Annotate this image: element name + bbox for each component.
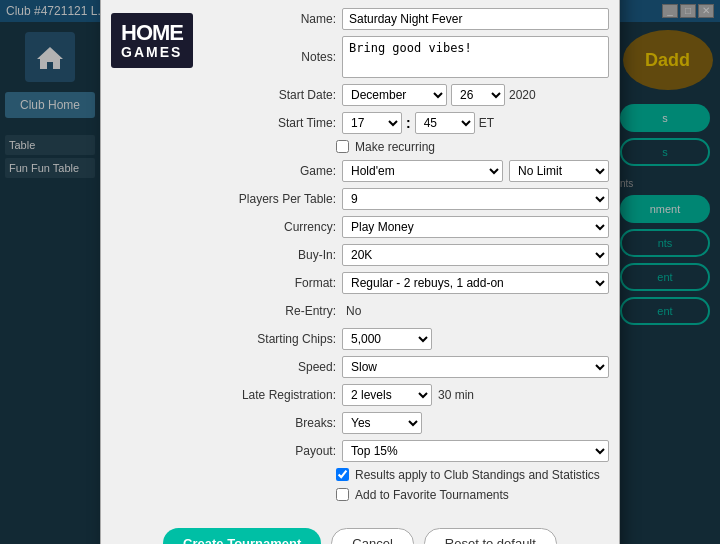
payout-select[interactable]: Top 10%Top 15%Top 20% [342, 440, 609, 462]
limit-select[interactable]: No LimitPot LimitFixed Limit [509, 160, 609, 182]
starting-chips-select[interactable]: 5,0002,50010,000 [342, 328, 432, 350]
breaks-select[interactable]: YesNo [342, 412, 422, 434]
results-row: Results apply to Club Standings and Stat… [336, 468, 609, 482]
start-time-row: Start Time: 15161718 : 304500 ET [221, 112, 609, 134]
reset-button[interactable]: Reset to default [424, 528, 557, 545]
buyin-label: Buy-In: [221, 248, 336, 262]
modal-overlay: Create a Poker Club Tournament ✕ HOME GA… [0, 0, 720, 544]
dialog-create-tournament: Create a Poker Club Tournament ✕ HOME GA… [100, 0, 620, 544]
late-reg-label: Late Registration: [221, 388, 336, 402]
reentry-row: Re-Entry: No [221, 300, 609, 322]
currency-label: Currency: [221, 220, 336, 234]
minute-select[interactable]: 304500 [415, 112, 475, 134]
favorites-label: Add to Favorite Tournaments [355, 488, 509, 502]
create-tournament-button[interactable]: Create Tournament [163, 528, 321, 545]
starting-chips-label: Starting Chips: [221, 332, 336, 346]
name-input[interactable] [342, 8, 609, 30]
players-per-table-row: Players Per Table: 6789 [221, 188, 609, 210]
speed-label: Speed: [221, 360, 336, 374]
payout-row: Payout: Top 10%Top 15%Top 20% [221, 440, 609, 462]
format-select[interactable]: Regular - 2 rebuys, 1 add-onFreezeoutBou… [342, 272, 609, 294]
buyin-select[interactable]: 10K20K50K [342, 244, 609, 266]
notes-label: Notes: [221, 50, 336, 64]
time-colon: : [406, 115, 411, 131]
breaks-row: Breaks: YesNo [221, 412, 609, 434]
make-recurring-checkbox[interactable] [336, 140, 349, 153]
reentry-value: No [342, 300, 609, 322]
speed-row: Speed: SlowRegularFast [221, 356, 609, 378]
results-checkbox[interactable] [336, 468, 349, 481]
dialog-footer: Create Tournament Cancel Reset to defaul… [101, 518, 619, 545]
format-label: Format: [221, 276, 336, 290]
players-per-table-label: Players Per Table: [221, 192, 336, 206]
start-time-label: Start Time: [221, 116, 336, 130]
start-date-label: Start Date: [221, 88, 336, 102]
currency-row: Currency: Play MoneyReal Money [221, 216, 609, 238]
results-label: Results apply to Club Standings and Stat… [355, 468, 600, 482]
favorites-row: Add to Favorite Tournaments [336, 488, 609, 502]
dialog-body: HOME GAMES Name: Notes: Bring good vibes… [101, 0, 619, 518]
notes-input[interactable]: Bring good vibes! [342, 36, 609, 78]
game-label: Game: [221, 164, 336, 178]
day-select[interactable]: 2425262728 [451, 84, 505, 106]
currency-select[interactable]: Play MoneyReal Money [342, 216, 609, 238]
starting-chips-row: Starting Chips: 5,0002,50010,000 [221, 328, 609, 350]
reentry-label: Re-Entry: [221, 304, 336, 318]
homegames-logo: HOME GAMES [111, 13, 193, 69]
name-row: Name: [221, 8, 609, 30]
logo-section: HOME GAMES [111, 8, 211, 508]
buyin-row: Buy-In: 10K20K50K [221, 244, 609, 266]
hour-select[interactable]: 15161718 [342, 112, 402, 134]
late-reg-min: 30 min [438, 388, 474, 402]
late-reg-select[interactable]: 1 level2 levels3 levels [342, 384, 432, 406]
players-per-table-select[interactable]: 6789 [342, 188, 609, 210]
name-label: Name: [221, 12, 336, 26]
time-row: 15161718 : 304500 ET [342, 112, 609, 134]
late-reg-row: Late Registration: 1 level2 levels3 leve… [221, 384, 609, 406]
format-row: Format: Regular - 2 rebuys, 1 add-onFree… [221, 272, 609, 294]
game-row: Game: Hold'emOmaha No LimitPot LimitFixe… [221, 160, 609, 182]
speed-select[interactable]: SlowRegularFast [342, 356, 609, 378]
payout-label: Payout: [221, 444, 336, 458]
make-recurring-row: Make recurring [336, 140, 609, 154]
date-row: December JanuaryFebruaryMarch AprilMayJu… [342, 84, 609, 106]
make-recurring-label: Make recurring [355, 140, 435, 154]
notes-row: Notes: Bring good vibes! [221, 36, 609, 78]
game-select[interactable]: Hold'emOmaha [342, 160, 503, 182]
timezone-label: ET [479, 116, 494, 130]
game-selects: Hold'emOmaha No LimitPot LimitFixed Limi… [342, 160, 609, 182]
cancel-button[interactable]: Cancel [331, 528, 413, 545]
month-select[interactable]: December JanuaryFebruaryMarch AprilMayJu… [342, 84, 447, 106]
favorites-checkbox[interactable] [336, 488, 349, 501]
start-date-row: Start Date: December JanuaryFebruaryMarc… [221, 84, 609, 106]
form-section: Name: Notes: Bring good vibes! Start Dat… [221, 8, 609, 508]
year-display: 2020 [509, 88, 536, 102]
breaks-label: Breaks: [221, 416, 336, 430]
levels-row: 1 level2 levels3 levels 30 min [342, 384, 609, 406]
